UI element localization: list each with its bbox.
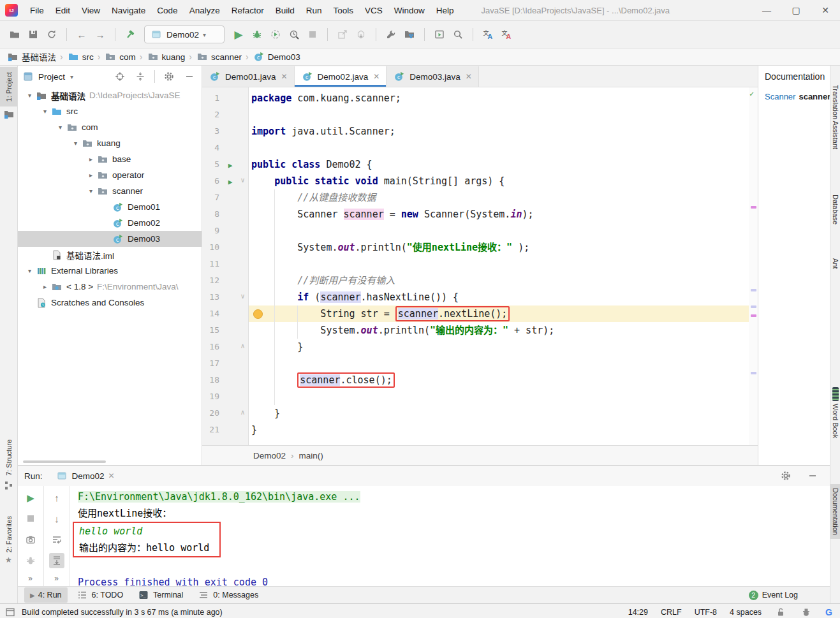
fold-marker-icon[interactable]: ∨ (237, 289, 249, 305)
menu-item-help[interactable]: Help (431, 6, 460, 15)
stripe-mark[interactable] (751, 305, 756, 308)
breadcrumb-main()[interactable]: main() (299, 451, 323, 460)
code-line-12[interactable]: 12 //判断用户有没有输入 (202, 272, 758, 289)
menu-item-refactor[interactable]: Refactor (226, 6, 270, 15)
menu-item-build[interactable]: Build (270, 6, 300, 15)
hide-run-panel-icon[interactable] (804, 467, 821, 484)
tree-item-operator[interactable]: ▸operator (18, 167, 202, 183)
breadcrumb-src[interactable]: src (66, 50, 95, 63)
collapse-all-icon[interactable] (132, 68, 149, 85)
open-folder-icon[interactable] (6, 26, 23, 43)
chevron-right-icon[interactable]: ▸ (85, 156, 96, 163)
code-line-6[interactable]: 6▶∨ public static void main(String[] arg… (202, 173, 758, 189)
search-everywhere-icon[interactable] (450, 26, 466, 43)
translate-icon[interactable]: 文A (480, 26, 496, 43)
code-line-19[interactable]: 19 (202, 388, 758, 405)
maximize-button[interactable]: ▢ (781, 0, 811, 20)
code-line-20[interactable]: 20∧ } (202, 405, 758, 422)
code-line-9[interactable]: 9 (202, 223, 758, 239)
editor-tab-Demo03.java[interactable]: cDemo03.java✕ (387, 66, 479, 87)
intention-bulb-icon[interactable] (253, 309, 263, 319)
fold-marker-icon[interactable]: ∧ (237, 339, 249, 355)
menu-item-vcs[interactable]: VCS (359, 6, 388, 15)
tool-strip-word-book[interactable]: Word Book (830, 383, 840, 442)
more-console-actions-icon[interactable]: » (54, 574, 59, 583)
code-line-1[interactable]: 1package com.kuang.scanner; (202, 90, 758, 107)
tree-item-src[interactable]: ▾src (18, 103, 202, 119)
project-structure-icon[interactable] (401, 26, 418, 43)
locate-file-icon[interactable] (112, 68, 128, 85)
project-settings-gear-icon[interactable] (161, 68, 177, 85)
code-line-15[interactable]: 15 System.out.println("输出的内容为：" + str); (202, 322, 758, 339)
run-gutter-icon[interactable]: ▶ (224, 173, 237, 189)
run-gutter-icon[interactable]: ▶ (224, 156, 237, 173)
close-tab-icon[interactable]: ✕ (373, 72, 379, 81)
tree-item-Demo01[interactable]: cDemo01 (18, 199, 202, 215)
fold-marker-icon[interactable]: ∧ (237, 405, 249, 422)
chevron-down-icon[interactable]: ▾ (55, 124, 66, 131)
code-line-4[interactable]: 4 (202, 140, 758, 156)
minimize-button[interactable]: — (752, 0, 781, 20)
code-editor[interactable]: 1package com.kuang.scanner;23import java… (202, 87, 758, 445)
more-actions-icon[interactable]: » (28, 574, 33, 583)
error-stripe[interactable]: ✓ (749, 87, 758, 445)
close-tab-icon[interactable]: ✕ (281, 72, 288, 81)
tree-item-Demo02[interactable]: cDemo02 (18, 215, 202, 231)
close-tab-icon[interactable]: ✕ (466, 72, 472, 81)
code-line-21[interactable]: 21} (202, 422, 758, 438)
build-hammer-icon[interactable] (122, 26, 138, 43)
stripe-mark[interactable] (751, 289, 756, 291)
stripe-mark[interactable] (751, 314, 756, 317)
run-settings-gear-icon[interactable] (777, 467, 794, 484)
status-caret-position[interactable]: 14:29 (628, 608, 648, 617)
chevron-right-icon[interactable]: ▸ (85, 172, 96, 179)
toolwindow-button-0-messages[interactable]: 0: Messages (191, 587, 264, 603)
tree-item-scanner[interactable]: ▾scanner (18, 183, 202, 199)
tree-item--.iml[interactable]: 基础语法.iml (18, 247, 202, 263)
menu-item-run[interactable]: Run (300, 6, 328, 15)
tool-strip--structure[interactable]: 7: Structure (0, 434, 17, 497)
menu-item-tools[interactable]: Tools (328, 6, 360, 15)
thread-dump-camera-icon[interactable] (23, 532, 38, 547)
status-line-separator[interactable]: CRLF (661, 608, 682, 617)
stripe-mark[interactable] (751, 206, 756, 209)
scroll-to-end-icon[interactable] (49, 553, 64, 568)
status-indent-size[interactable]: 4 spaces (730, 608, 762, 617)
tree-item--[interactable]: ▾基础语法D:\IdeaProjects\JavaSE (18, 87, 202, 103)
menu-item-file[interactable]: File (24, 6, 50, 15)
chevron-down-icon[interactable]: ▾ (85, 188, 96, 195)
code-line-11[interactable]: 11 (202, 256, 758, 272)
toolwindow-button-6-todo[interactable]: 6: TODO (70, 587, 129, 603)
rerun-button[interactable]: ▶ (23, 490, 38, 505)
close-button[interactable]: ✕ (811, 0, 840, 20)
menu-item-navigate[interactable]: Navigate (106, 6, 151, 15)
tool-strip--favorites[interactable]: 2: Favorites★ (0, 511, 17, 570)
console-output[interactable]: F:\Environment\Java\jdk1.8.0_162\bin\jav… (70, 486, 830, 586)
chevron-down-icon[interactable]: ▾ (40, 108, 50, 115)
stripe-mark[interactable] (751, 372, 756, 374)
save-all-icon[interactable] (25, 26, 41, 43)
hide-panel-icon[interactable] (181, 68, 198, 85)
doc-type-link[interactable]: Scanner (765, 92, 795, 101)
down-stack-trace-icon[interactable]: ↓ (49, 511, 64, 526)
tree-item-kuang[interactable]: ▾kuang (18, 135, 202, 151)
breadcrumb-com[interactable]: com (103, 50, 137, 63)
code-line-18[interactable]: 18 scanner.close(); (202, 372, 758, 388)
breadcrumb-基础语法[interactable]: 基础语法 (5, 50, 57, 63)
tree-item--1.8-[interactable]: ▸< 1.8 >F:\Environment\Java\ (18, 279, 202, 295)
code-line-17[interactable]: 17 (202, 355, 758, 372)
translate-document-icon[interactable]: 文A (498, 26, 515, 43)
tool-strip-ant[interactable]: Ant (830, 254, 840, 273)
menu-item-edit[interactable]: Edit (50, 6, 76, 15)
breadcrumb-scanner[interactable]: scanner (195, 50, 243, 63)
toolwindow-button-4-run[interactable]: ▶4: Run (24, 587, 68, 603)
tool-strip-translation-assistant[interactable]: Translation Assistant (830, 81, 840, 153)
run-button[interactable]: ▶ (230, 26, 247, 43)
up-stack-trace-icon[interactable]: ↑ (49, 490, 64, 505)
toolwindow-toggle-icon[interactable] (4, 606, 17, 618)
run-anything-icon[interactable] (431, 26, 448, 43)
code-line-8[interactable]: 8 Scanner scanner = new Scanner(System.i… (202, 206, 758, 223)
menu-item-code[interactable]: Code (151, 6, 183, 15)
back-icon[interactable]: ← (73, 26, 90, 43)
profiler-button[interactable] (286, 26, 302, 43)
